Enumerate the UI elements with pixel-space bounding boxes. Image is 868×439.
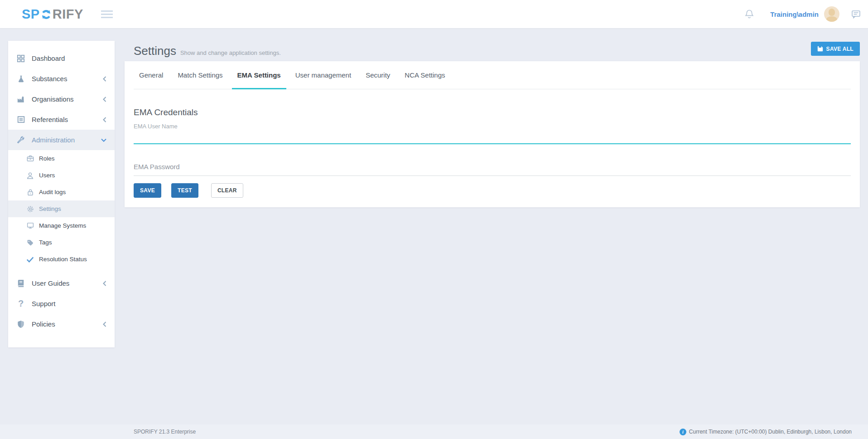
flask-icon xyxy=(16,74,25,83)
notifications-bell-icon[interactable] xyxy=(745,9,754,19)
ema-username-label: EMA User Name xyxy=(134,123,851,130)
sidebar-subitem-label: Settings xyxy=(39,205,61,212)
chevron-down-icon xyxy=(101,138,106,142)
tab-ema-settings[interactable]: EMA Settings xyxy=(232,61,286,89)
user-avatar[interactable] xyxy=(824,6,839,22)
page-subtitle: Show and change application settings. xyxy=(180,49,281,56)
sidebar-item-label: Dashboard xyxy=(32,54,65,62)
sidebar-subitem-audit-logs[interactable]: Audit logs xyxy=(8,184,115,200)
settings-tabs: General Match Settings EMA Settings User… xyxy=(134,61,851,89)
ema-settings-form: EMA Credentials EMA User Name SAVE TEST … xyxy=(125,107,860,198)
logo-text-suffix: RIFY xyxy=(53,7,83,22)
logo-text-prefix: SP xyxy=(22,7,40,22)
sidebar-subitem-tags[interactable]: Tags xyxy=(8,234,115,251)
sidebar-subitem-label: Roles xyxy=(39,155,55,162)
footer-bar: SPORIFY 21.3 Enterprise i Current Timezo… xyxy=(0,424,868,439)
sidebar-subitem-label: Manage Systems xyxy=(39,222,86,229)
top-bar: SP RIFY Training\admin xyxy=(0,0,868,28)
save-button[interactable]: SAVE xyxy=(134,183,161,198)
list-icon xyxy=(16,115,25,124)
gear-icon xyxy=(26,205,34,213)
sidebar-item-policies[interactable]: Policies xyxy=(8,314,115,334)
tab-nca-settings[interactable]: NCA Settings xyxy=(399,61,450,89)
lock-icon xyxy=(26,188,34,196)
wrench-icon xyxy=(16,136,25,145)
info-icon: i xyxy=(680,429,686,435)
sidebar-subitem-users[interactable]: Users xyxy=(8,167,115,184)
save-all-label: SAVE ALL xyxy=(826,46,854,52)
test-button[interactable]: TEST xyxy=(171,183,198,198)
sidebar-subitem-label: Users xyxy=(39,172,55,179)
ema-username-input[interactable] xyxy=(134,130,851,144)
chevron-left-icon xyxy=(103,76,106,82)
sidebar-item-label: Substances xyxy=(32,75,67,83)
section-title-ema-credentials: EMA Credentials xyxy=(134,107,851,117)
top-right-cluster: Training\admin xyxy=(745,0,861,28)
hamburger-menu-icon[interactable] xyxy=(101,10,113,20)
save-all-button[interactable]: SAVE ALL xyxy=(811,42,860,56)
sidebar-item-support[interactable]: ? Support xyxy=(8,293,115,314)
floppy-disk-icon xyxy=(817,46,823,52)
sidebar-nav: Dashboard Substances Organisations Refer… xyxy=(8,41,115,347)
tab-general[interactable]: General xyxy=(134,61,169,89)
tab-user-management[interactable]: User management xyxy=(290,61,357,89)
sidebar-item-dashboard[interactable]: Dashboard xyxy=(8,48,115,68)
question-icon: ? xyxy=(16,299,25,308)
check-icon xyxy=(26,255,34,263)
factory-icon xyxy=(16,95,25,104)
clear-button[interactable]: CLEAR xyxy=(211,183,243,198)
settings-card: General Match Settings EMA Settings User… xyxy=(125,61,860,207)
sidebar-item-administration[interactable]: Administration xyxy=(8,130,115,150)
tab-match-settings[interactable]: Match Settings xyxy=(172,61,228,89)
sidebar-subitem-roles[interactable]: Roles xyxy=(8,150,115,167)
chevron-left-icon xyxy=(103,322,106,327)
chevron-left-icon xyxy=(103,97,106,102)
logged-in-user[interactable]: Training\admin xyxy=(770,10,819,18)
sidebar-subitem-label: Audit logs xyxy=(39,189,66,195)
timezone-status: i Current Timezone: (UTC+00:00) Dublin, … xyxy=(680,429,852,435)
shield-icon xyxy=(16,320,25,329)
sidebar-subitem-label: Resolution Status xyxy=(39,256,87,263)
grid-icon xyxy=(16,54,25,63)
sidebar-item-label: User Guides xyxy=(32,279,69,287)
chevron-left-icon xyxy=(103,117,106,122)
sidebar-item-organisations[interactable]: Organisations xyxy=(8,89,115,109)
user-icon xyxy=(26,171,34,179)
sidebar-item-referentials[interactable]: Referentials xyxy=(8,109,115,130)
sidebar-subitem-manage-systems[interactable]: Manage Systems xyxy=(8,217,115,234)
tab-security[interactable]: Security xyxy=(360,61,395,89)
logo-recycle-o-icon xyxy=(40,9,52,20)
chevron-left-icon xyxy=(103,281,106,286)
ema-password-input[interactable] xyxy=(134,158,851,176)
briefcase-icon xyxy=(26,155,34,162)
book-icon xyxy=(16,279,25,288)
chat-bubble-icon[interactable] xyxy=(851,10,861,19)
app-version-text: SPORIFY 21.3 Enterprise xyxy=(134,429,196,435)
form-button-row: SAVE TEST CLEAR xyxy=(134,183,851,198)
sidebar-item-substances[interactable]: Substances xyxy=(8,68,115,89)
sidebar-item-label: Referentials xyxy=(32,116,68,123)
sidebar-item-user-guides[interactable]: User Guides xyxy=(8,273,115,293)
page-heading: Settings Show and change application set… xyxy=(134,44,281,58)
tag-icon xyxy=(26,239,34,246)
sidebar-item-label: Organisations xyxy=(32,95,74,103)
sidebar-item-label: Administration xyxy=(32,136,75,144)
sidebar-subitem-label: Tags xyxy=(39,239,52,246)
sporify-logo[interactable]: SP RIFY xyxy=(22,7,83,22)
sidebar-subitem-settings[interactable]: Settings xyxy=(8,200,115,217)
page-title: Settings xyxy=(134,44,176,58)
sidebar-subitem-resolution-status[interactable]: Resolution Status xyxy=(8,251,115,268)
monitor-icon xyxy=(26,222,34,229)
sidebar-item-label: Policies xyxy=(32,320,55,328)
sidebar-item-label: Support xyxy=(32,300,56,307)
timezone-text: Current Timezone: (UTC+00:00) Dublin, Ed… xyxy=(689,429,852,435)
